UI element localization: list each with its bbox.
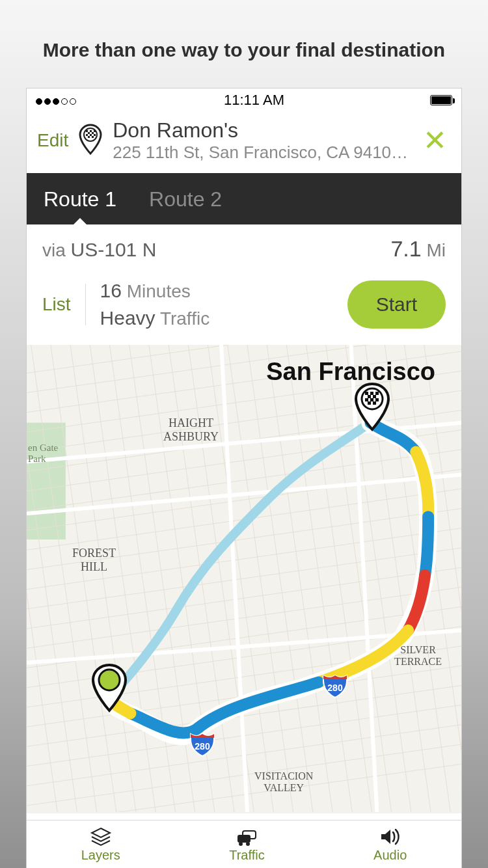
- map-city-label: San Francisco: [266, 358, 435, 386]
- svg-rect-61: [365, 392, 368, 395]
- map-streets: [27, 345, 461, 812]
- svg-rect-5: [92, 132, 94, 134]
- traffic-label: Traffic: [229, 848, 264, 863]
- map-area-forest-hill: FOREST HILL: [72, 547, 116, 574]
- svg-text:280: 280: [327, 683, 343, 693]
- destination-header: Edit Don Ramon's 225 11th St, San Franci…: [27, 112, 461, 173]
- svg-text:280: 280: [195, 741, 210, 752]
- svg-rect-62: [370, 392, 373, 395]
- close-button[interactable]: ✕: [419, 126, 451, 155]
- tab-route-2[interactable]: Route 2: [149, 187, 222, 211]
- audio-label: Audio: [373, 848, 407, 863]
- destination-address: 225 11th St, San Francisco, CA 9410…: [113, 142, 410, 163]
- svg-rect-1: [86, 130, 88, 132]
- svg-rect-66: [365, 398, 368, 401]
- battery-icon: [430, 95, 452, 105]
- route-summary: via US-101 N 7.1 Mi List 16 Minutes Heav…: [27, 224, 461, 345]
- svg-rect-4: [88, 132, 90, 134]
- phone-screen: 11:11 AM Edit Don Ramon's 225 11th St, S…: [26, 88, 462, 868]
- highway-shield-icon: 280: [321, 670, 349, 699]
- layers-button[interactable]: Layers: [81, 827, 120, 863]
- route-via: via US-101 N: [42, 239, 156, 261]
- svg-rect-65: [373, 395, 376, 398]
- route-distance: 7.1 Mi: [390, 236, 446, 262]
- map-area-visitacion: VISITACION VALLEY: [254, 770, 313, 794]
- route-tabs: Route 1 Route 2: [27, 173, 461, 224]
- svg-rect-7: [90, 134, 92, 136]
- svg-rect-10: [92, 136, 94, 138]
- traffic-icon: [235, 827, 258, 847]
- map-view[interactable]: San Francisco HAIGHT ASHBURY FOREST HILL…: [27, 345, 461, 813]
- start-button[interactable]: Start: [347, 280, 446, 329]
- svg-rect-69: [368, 401, 371, 405]
- svg-rect-67: [370, 398, 373, 401]
- highway-shield-icon: 280: [188, 729, 217, 757]
- map-area-haight: HAIGHT ASHBURY: [163, 416, 219, 444]
- status-bar: 11:11 AM: [27, 88, 461, 112]
- map-park-label: en Gate Park: [28, 442, 58, 465]
- divider: [85, 284, 86, 325]
- list-button[interactable]: List: [42, 294, 71, 315]
- promo-headline: More than one way to your final destinat…: [0, 0, 488, 87]
- tab-route-1[interactable]: Route 1: [44, 187, 116, 211]
- audio-button[interactable]: Audio: [373, 827, 407, 863]
- svg-rect-3: [94, 130, 96, 132]
- status-time: 11:11 AM: [224, 92, 284, 109]
- map-area-silver-terrace: SILVER TERRACE: [394, 644, 442, 668]
- svg-rect-70: [373, 401, 376, 405]
- svg-rect-68: [375, 398, 379, 401]
- traffic-button[interactable]: Traffic: [229, 827, 264, 863]
- route-meta: 16 Minutes Heavy Traffic: [100, 277, 333, 332]
- svg-point-77: [246, 842, 250, 846]
- svg-rect-12: [27, 423, 66, 539]
- svg-rect-2: [90, 130, 92, 132]
- layers-label: Layers: [81, 848, 120, 863]
- svg-rect-9: [88, 136, 90, 138]
- destination-pin-icon: [77, 124, 103, 157]
- audio-icon: [379, 827, 402, 847]
- svg-rect-64: [368, 395, 371, 398]
- svg-rect-63: [375, 392, 379, 395]
- svg-rect-8: [94, 134, 96, 136]
- bottom-toolbar: Layers Traffic Audio: [27, 820, 461, 868]
- svg-point-71: [99, 670, 120, 690]
- destination-name: Don Ramon's: [113, 118, 410, 142]
- layers-icon: [89, 827, 113, 847]
- edit-button[interactable]: Edit: [37, 130, 68, 151]
- svg-rect-6: [86, 134, 88, 136]
- signal-dots-icon: [36, 92, 78, 109]
- svg-point-76: [239, 842, 243, 846]
